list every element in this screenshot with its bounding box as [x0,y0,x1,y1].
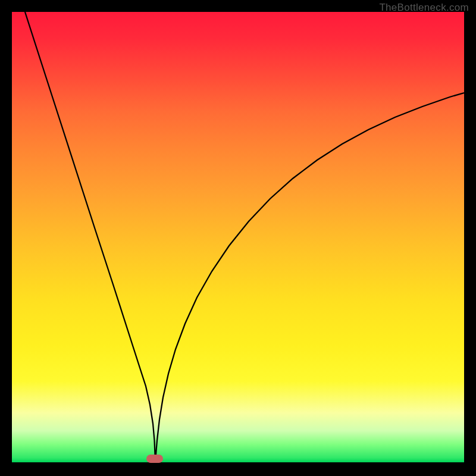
curve-svg [12,12,464,462]
hotspot-marker [146,455,163,463]
bottleneck-curve [25,12,464,458]
watermark-text: TheBottleneck.com [379,2,469,14]
plot-area [12,12,464,462]
